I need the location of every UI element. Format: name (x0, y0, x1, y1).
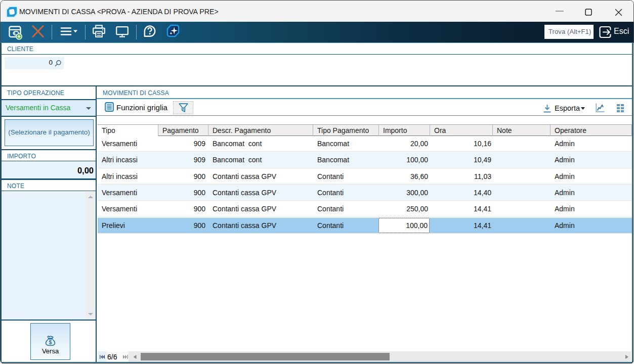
svg-text:$: $ (49, 339, 52, 345)
